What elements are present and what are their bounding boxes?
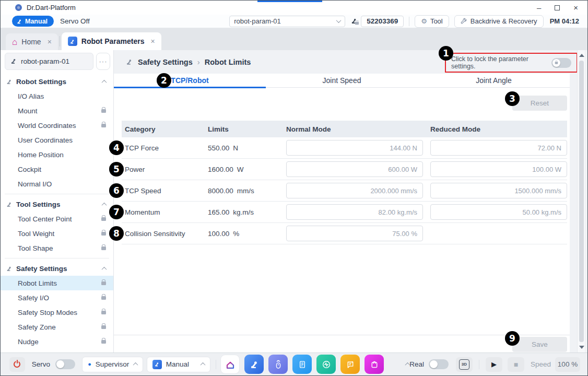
sidebar-item[interactable]: Nudge bbox=[1, 334, 113, 349]
parameter-tab[interactable]: Joint Speed bbox=[266, 74, 418, 88]
servo-status-text: Servo Off bbox=[60, 17, 90, 25]
reduced-mode-input[interactable] bbox=[430, 204, 567, 220]
chevron-up-icon bbox=[133, 362, 138, 368]
home-app-icon[interactable] bbox=[220, 355, 240, 374]
play-button[interactable]: ▶ bbox=[486, 357, 502, 372]
normal-mode-input[interactable] bbox=[286, 204, 423, 220]
tab-home[interactable]: ⌂ Home × bbox=[6, 33, 58, 50]
sidebar-param-name[interactable]: robot-param-01 bbox=[5, 53, 93, 70]
annotation-badge: 4 bbox=[109, 140, 124, 155]
sidebar-item[interactable]: Tool Shape bbox=[1, 241, 113, 255]
scrollbar-thumb[interactable] bbox=[579, 61, 584, 342]
jog-app-icon[interactable] bbox=[268, 355, 288, 374]
limit-cell: 550.00N bbox=[208, 144, 286, 152]
app-window: Dr.Dart-Platform – × Manual Servo Off ro… bbox=[0, 0, 588, 376]
sidebar-item[interactable]: Mount bbox=[1, 103, 113, 118]
speed-label: Speed bbox=[531, 360, 551, 368]
store-app-icon[interactable] bbox=[364, 355, 384, 374]
scroll-down-arrow[interactable] bbox=[579, 346, 584, 349]
parameter-tabs: TCP/Robot Joint Speed Joint Angle bbox=[114, 74, 570, 88]
category-cell: Power bbox=[122, 166, 208, 173]
user-role-select[interactable]: ● Supervisor bbox=[82, 357, 143, 372]
sidebar-item[interactable]: Home Position bbox=[1, 147, 113, 162]
chevron-up-icon bbox=[102, 202, 107, 207]
table-row: Momentum 165.00kg.m/s bbox=[122, 202, 567, 223]
parameters-panel: TCP/Robot Joint Speed Joint Angle Reset bbox=[114, 74, 570, 352]
sidebar-item[interactable]: Safety Stop Modes bbox=[1, 305, 113, 320]
task-writer-app-icon[interactable] bbox=[292, 355, 312, 374]
normal-mode-input[interactable] bbox=[286, 161, 423, 177]
lock-parameters-callout: Click to lock the parameter settings. bbox=[445, 53, 578, 73]
normal-mode-input[interactable] bbox=[286, 226, 423, 241]
divider bbox=[409, 17, 409, 26]
reduced-mode-input[interactable] bbox=[430, 161, 567, 177]
title-bar: Dr.Dart-Platform – × bbox=[1, 1, 587, 15]
minimize-button[interactable]: – bbox=[537, 4, 541, 11]
sidebar-item[interactable]: Cockpit bbox=[1, 162, 113, 177]
category-cell: Momentum bbox=[122, 208, 208, 216]
sidebar-section-robot-settings[interactable]: Robot Settings bbox=[1, 74, 113, 89]
wrench-icon bbox=[461, 18, 467, 25]
backdrive-recovery-button[interactable]: Backdrive & Recovery bbox=[454, 15, 544, 28]
sidebar-item[interactable]: User Coordinates bbox=[1, 133, 113, 147]
robot-icon bbox=[16, 18, 22, 25]
limit-cell: 8000.00mm/s bbox=[208, 187, 286, 195]
robot-icon bbox=[125, 58, 133, 66]
scroll-up-arrow[interactable] bbox=[579, 54, 584, 57]
speed-value[interactable]: 100 % bbox=[555, 357, 580, 372]
normal-mode-input[interactable] bbox=[286, 183, 423, 198]
divider bbox=[5, 194, 109, 194]
divider bbox=[60, 36, 60, 46]
document-tab-strip: ⌂ Home × Robot Parameters × bbox=[1, 28, 587, 50]
close-button[interactable]: × bbox=[573, 4, 578, 11]
sidebar-item[interactable]: World Coordinates bbox=[1, 118, 113, 133]
lock-icon bbox=[101, 281, 106, 285]
monitoring-app-icon[interactable] bbox=[316, 355, 336, 374]
power-button[interactable] bbox=[9, 357, 25, 372]
real-sim-toggle[interactable] bbox=[429, 359, 449, 369]
reduced-mode-input[interactable] bbox=[430, 140, 567, 156]
annotation-badge: 9 bbox=[505, 331, 520, 346]
servo-toggle[interactable] bbox=[55, 359, 75, 369]
lock-parameters-toggle[interactable] bbox=[551, 58, 571, 68]
normal-mode-input[interactable] bbox=[286, 140, 423, 156]
sidebar-item[interactable]: Tool Weight bbox=[1, 226, 113, 241]
parameter-tab[interactable]: TCP/Robot bbox=[114, 74, 266, 88]
mode-select[interactable]: Manual bbox=[147, 357, 211, 372]
clock: PM 04:12 bbox=[550, 17, 579, 25]
more-options-button[interactable]: ··· bbox=[96, 53, 110, 70]
sidebar-item[interactable]: Normal I/O bbox=[1, 177, 113, 191]
sidebar-section-safety-settings[interactable]: Safety Settings bbox=[1, 261, 113, 276]
sidebar-item[interactable]: Safety Zone bbox=[1, 320, 113, 334]
servo-label: Servo bbox=[32, 360, 50, 368]
parameter-tab[interactable]: Joint Angle bbox=[418, 74, 570, 88]
limits-table: Category Limits Normal Mode Reduced Mode… bbox=[122, 121, 567, 244]
mode-pill[interactable]: Manual bbox=[12, 16, 54, 27]
robot-icon bbox=[6, 201, 13, 208]
robot-parameters-app-icon[interactable] bbox=[244, 355, 264, 374]
3d-view-button[interactable]: 3D bbox=[456, 357, 473, 372]
robot-param-select[interactable]: robot-param-01 bbox=[229, 16, 345, 27]
lock-icon bbox=[101, 296, 106, 300]
lock-icon bbox=[101, 124, 106, 127]
tool-button[interactable]: ⚙ Tool bbox=[415, 15, 449, 28]
robot-icon bbox=[6, 265, 13, 272]
vertical-scrollbar[interactable] bbox=[577, 50, 585, 352]
sidebar-item[interactable]: Safety I/O bbox=[1, 290, 113, 305]
reset-button[interactable]: Reset bbox=[512, 96, 567, 111]
maximize-button[interactable] bbox=[555, 5, 560, 10]
stop-button[interactable]: ■ bbox=[508, 357, 524, 372]
sidebar-section-tool-settings[interactable]: Tool Settings bbox=[1, 197, 113, 212]
table-row: Power 1600.00W bbox=[122, 159, 567, 180]
reduced-mode-input[interactable] bbox=[430, 183, 567, 198]
tab-robot-parameters[interactable]: Robot Parameters × bbox=[62, 32, 161, 50]
sidebar-item[interactable]: I/O Alias bbox=[1, 89, 113, 103]
sidebar-item[interactable]: Robot Limits bbox=[1, 276, 113, 290]
save-button[interactable]: Save bbox=[512, 337, 567, 352]
close-tab-icon[interactable]: × bbox=[150, 37, 155, 45]
robot-icon bbox=[6, 78, 13, 85]
sidebar-item[interactable]: Tool Center Point bbox=[1, 212, 113, 226]
close-tab-icon[interactable]: × bbox=[48, 38, 52, 46]
log-app-icon[interactable] bbox=[340, 355, 360, 374]
status-bar: Manual Servo Off robot-param-01 52203369… bbox=[1, 15, 587, 28]
